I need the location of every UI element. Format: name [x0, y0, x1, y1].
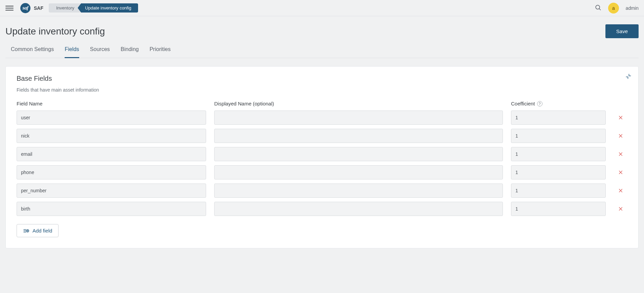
save-button[interactable]: Save — [605, 24, 639, 38]
close-icon — [618, 206, 623, 212]
tabs: Common Settings Fields Sources Binding P… — [5, 38, 639, 58]
close-icon — [618, 151, 623, 157]
field-row — [17, 184, 627, 198]
coefficient-input[interactable] — [511, 147, 606, 161]
field-row — [17, 202, 627, 216]
card-title: Base Fields — [17, 75, 627, 82]
tab-common-settings[interactable]: Common Settings — [11, 46, 54, 58]
page-header: Update inventory config Save — [0, 16, 644, 38]
close-icon — [618, 133, 623, 139]
svg-line-1 — [599, 9, 601, 10]
field-name-input[interactable] — [17, 184, 206, 198]
col-header-name: Field Name — [17, 101, 206, 106]
coefficient-input[interactable] — [511, 129, 606, 143]
collapse-icon — [625, 73, 631, 79]
delete-row-button[interactable] — [614, 170, 627, 175]
displayed-name-input[interactable] — [214, 165, 503, 179]
close-icon — [618, 188, 623, 193]
field-name-input[interactable] — [17, 111, 206, 125]
field-name-input[interactable] — [17, 202, 206, 216]
col-header-displayed: Displayed Name (optional) — [214, 101, 503, 106]
coefficient-help-icon[interactable]: ? — [537, 101, 542, 106]
coefficient-input[interactable] — [511, 165, 606, 179]
displayed-name-input[interactable] — [214, 184, 503, 198]
delete-row-button[interactable] — [614, 151, 627, 157]
card-subtitle: Fields that have main asset information — [17, 87, 627, 93]
field-name-input[interactable] — [17, 129, 206, 143]
breadcrumb-item-current: Update inventory config — [77, 3, 138, 13]
tab-binding[interactable]: Binding — [121, 46, 139, 58]
coefficient-input[interactable] — [511, 184, 606, 198]
app-logo: saf — [20, 3, 30, 13]
coefficient-input[interactable] — [511, 202, 606, 216]
username-label[interactable]: admin — [626, 5, 639, 11]
breadcrumb-item-inventory[interactable]: Inventory — [49, 3, 80, 13]
add-field-label: Add field — [32, 228, 52, 234]
coefficient-input[interactable] — [511, 111, 606, 125]
tab-priorities[interactable]: Priorities — [150, 46, 171, 58]
tab-fields[interactable]: Fields — [65, 46, 79, 58]
app-name: SAF — [34, 5, 43, 11]
delete-row-button[interactable] — [614, 188, 627, 193]
col-header-coefficient-label: Coefficient — [511, 101, 535, 106]
field-row — [17, 165, 627, 179]
field-name-input[interactable] — [17, 147, 206, 161]
displayed-name-input[interactable] — [214, 111, 503, 125]
delete-row-button[interactable] — [614, 206, 627, 212]
displayed-name-input[interactable] — [214, 129, 503, 143]
field-row — [17, 147, 627, 161]
col-header-coefficient: Coefficient ? — [511, 101, 606, 106]
displayed-name-input[interactable] — [214, 147, 503, 161]
displayed-name-input[interactable] — [214, 202, 503, 216]
page-title: Update inventory config — [5, 26, 105, 37]
topbar: saf SAF Inventory Update inventory confi… — [0, 0, 644, 16]
field-name-input[interactable] — [17, 165, 206, 179]
collapse-card-button[interactable] — [625, 73, 631, 80]
breadcrumb: Inventory Update inventory config — [49, 3, 138, 13]
add-field-button[interactable]: Add field — [17, 224, 59, 237]
add-field-icon — [23, 228, 29, 233]
search-button[interactable] — [595, 4, 601, 12]
tab-sources[interactable]: Sources — [90, 46, 110, 58]
delete-row-button[interactable] — [614, 115, 627, 120]
field-row — [17, 111, 627, 125]
menu-toggle-button[interactable] — [5, 4, 14, 12]
close-icon — [618, 115, 623, 120]
delete-row-button[interactable] — [614, 133, 627, 139]
close-icon — [618, 170, 623, 175]
search-icon — [595, 4, 601, 11]
user-avatar[interactable]: a — [608, 3, 619, 14]
field-row — [17, 129, 627, 143]
columns-header: Field Name Displayed Name (optional) Coe… — [17, 101, 627, 106]
base-fields-card: Base Fields Fields that have main asset … — [5, 66, 639, 248]
